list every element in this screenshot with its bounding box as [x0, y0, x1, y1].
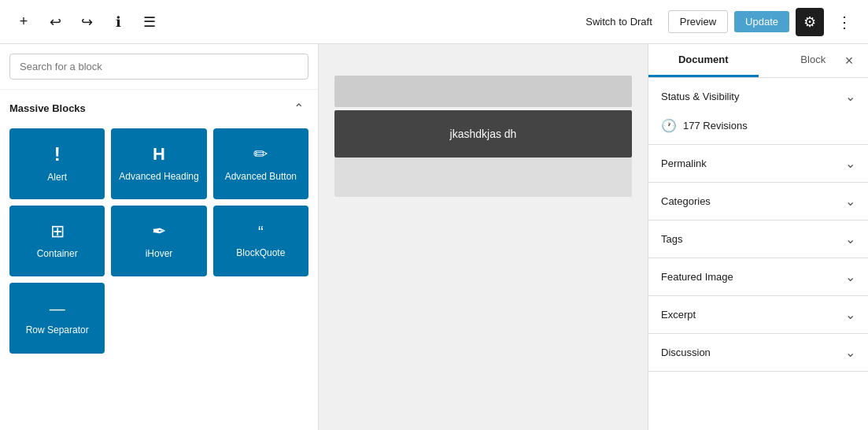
content-block-top: [334, 76, 632, 107]
inserter-panel: Massive Blocks ⌃ ! Alert H Advanced Head…: [0, 44, 319, 430]
section-categories-header[interactable]: Categories ⌄: [648, 183, 868, 220]
tab-document[interactable]: Document: [648, 44, 759, 77]
section-excerpt: Excerpt ⌄: [648, 296, 868, 334]
chevron-down-icon-excerpt: ⌄: [845, 307, 855, 322]
section-status-visibility: Status & Visibility ⌄ 🕐 177 Revisions: [648, 78, 868, 145]
info-icon: ℹ: [116, 13, 121, 31]
revisions-text[interactable]: 177 Revisions: [683, 120, 748, 132]
heading-icon: H: [153, 144, 165, 165]
blockquote-icon: “: [258, 223, 264, 241]
more-icon: ⋮: [837, 13, 852, 32]
section-discussion-title: Discussion: [661, 347, 711, 358]
sidebar-close-button[interactable]: ×: [837, 48, 862, 73]
add-icon: +: [20, 13, 28, 30]
update-button[interactable]: Update: [734, 11, 789, 32]
switch-to-draft-button[interactable]: Switch to Draft: [576, 11, 662, 32]
section-tags: Tags ⌄: [648, 221, 868, 258]
redo-button[interactable]: ↪: [72, 8, 101, 36]
section-permalink-header[interactable]: Permalink ⌄: [648, 145, 868, 182]
sidebar-tabs: Document Block ×: [648, 44, 868, 78]
section-featured-image-header[interactable]: Featured Image ⌄: [648, 258, 868, 295]
block-group: Massive Blocks ⌃ ! Alert H Advanced Head…: [0, 90, 318, 430]
section-status-title: Status & Visibility: [661, 91, 739, 102]
block-item-container[interactable]: ⊞ Container: [9, 206, 105, 276]
section-tags-title: Tags: [661, 233, 682, 245]
undo-button[interactable]: ↩: [41, 8, 69, 36]
info-button[interactable]: ℹ: [104, 8, 132, 36]
section-discussion: Discussion ⌄: [648, 334, 868, 372]
toolbar: + ↩ ↪ ℹ ☰ Switch to Draft Preview Update…: [0, 0, 868, 44]
row-separator-icon: —: [50, 300, 65, 318]
revisions-row: 🕐 177 Revisions: [648, 115, 868, 144]
section-featured-image: Featured Image ⌄: [648, 258, 868, 296]
content-text: jkashdkjas dh: [450, 128, 517, 140]
chevron-down-icon-tags: ⌄: [845, 232, 855, 247]
settings-button[interactable]: ⚙: [796, 8, 824, 36]
block-label-row-separator: Row Separator: [26, 324, 89, 337]
section-excerpt-title: Excerpt: [661, 309, 696, 321]
tools-button[interactable]: ☰: [135, 8, 164, 36]
toolbar-left: + ↩ ↪ ℹ ☰: [9, 8, 164, 36]
tools-icon: ☰: [143, 13, 156, 31]
section-featured-image-title: Featured Image: [661, 271, 733, 283]
block-label-ihover: iHover: [146, 248, 173, 261]
block-label-container: Container: [37, 248, 78, 261]
more-options-button[interactable]: ⋮: [830, 8, 859, 36]
container-icon: ⊞: [50, 221, 65, 242]
block-item-advanced-heading[interactable]: H Advanced Heading: [111, 128, 206, 199]
section-discussion-header[interactable]: Discussion ⌄: [648, 334, 868, 371]
preview-button[interactable]: Preview: [668, 10, 728, 33]
revisions-clock-icon: 🕐: [661, 118, 677, 133]
block-label-advanced-button: Advanced Button: [225, 171, 297, 183]
right-sidebar: Document Block × Status & Visibility ⌄ 🕐…: [648, 44, 868, 430]
settings-icon: ⚙: [803, 13, 816, 31]
chevron-down-icon: ⌄: [845, 89, 855, 104]
inserter-search-area: [0, 44, 318, 90]
button-icon: ✏: [253, 144, 268, 165]
sidebar-content: Status & Visibility ⌄ 🕐 177 Revisions Pe…: [648, 78, 868, 430]
block-item-row-separator[interactable]: — Row Separator: [9, 283, 105, 354]
close-icon: ×: [845, 53, 854, 69]
add-block-button[interactable]: +: [9, 8, 38, 36]
section-categories: Categories ⌄: [648, 183, 868, 221]
block-group-header: Massive Blocks ⌃: [9, 96, 308, 120]
chevron-down-icon-permalink: ⌄: [845, 156, 855, 171]
chevron-down-icon-featured: ⌄: [845, 269, 855, 284]
alert-icon: !: [54, 143, 61, 165]
redo-icon: ↪: [81, 13, 93, 31]
section-tags-header[interactable]: Tags ⌄: [648, 221, 868, 258]
block-item-ihover[interactable]: ✒ iHover: [111, 206, 206, 276]
chevron-down-icon-discussion: ⌄: [845, 345, 855, 360]
section-status-header[interactable]: Status & Visibility ⌄: [648, 78, 868, 115]
ihover-icon: ✒: [152, 221, 166, 242]
section-permalink-title: Permalink: [661, 158, 707, 169]
content-light-block: [334, 158, 632, 197]
block-item-alert[interactable]: ! Alert: [9, 128, 105, 199]
editor-area[interactable]: jkashdkjas dh: [319, 44, 648, 430]
undo-icon: ↩: [50, 13, 61, 31]
chevron-down-icon-categories: ⌄: [845, 194, 855, 209]
editor-content: jkashdkjas dh: [334, 60, 632, 414]
search-input[interactable]: [9, 54, 308, 80]
group-title: Massive Blocks: [9, 102, 86, 114]
section-permalink: Permalink ⌄: [648, 145, 868, 183]
toolbar-right: Switch to Draft Preview Update ⚙ ⋮: [576, 8, 859, 36]
main-layout: Massive Blocks ⌃ ! Alert H Advanced Head…: [0, 44, 868, 430]
blocks-grid: ! Alert H Advanced Heading ✏ Advanced Bu…: [9, 128, 308, 363]
content-dark-block[interactable]: jkashdkjas dh: [334, 110, 632, 158]
block-label-blockquote: BlockQuote: [236, 247, 285, 260]
collapse-button[interactable]: ⌃: [289, 99, 308, 117]
section-excerpt-header[interactable]: Excerpt ⌄: [648, 296, 868, 333]
block-label-advanced-heading: Advanced Heading: [119, 171, 198, 183]
block-item-advanced-button[interactable]: ✏ Advanced Button: [213, 128, 308, 199]
block-label-alert: Alert: [47, 172, 67, 184]
section-categories-title: Categories: [661, 195, 711, 207]
block-item-blockquote[interactable]: “ BlockQuote: [213, 206, 308, 276]
